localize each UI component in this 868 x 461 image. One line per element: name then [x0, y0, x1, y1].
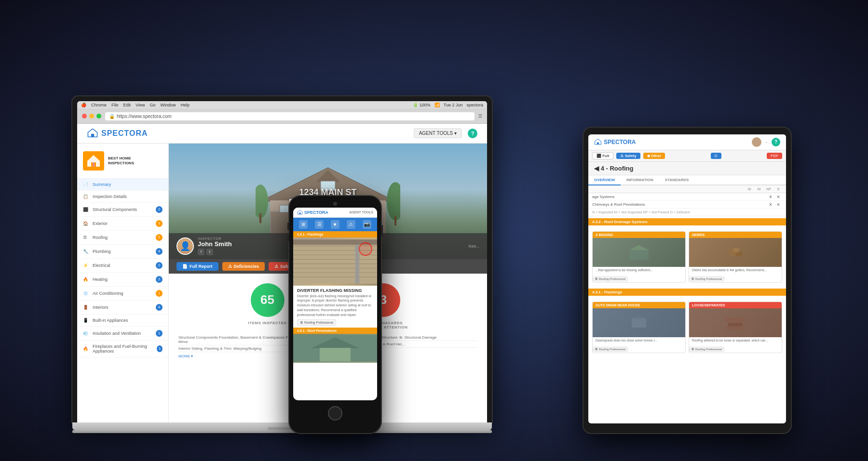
menu-edit[interactable]: Edit [123, 103, 131, 107]
sidebar-item-roofing[interactable]: 🏚 Roofing 5 [77, 231, 168, 245]
phone-deficiency-title: DIVERTER FLASHING MISSING [293, 286, 377, 294]
sidebar-item-insulation[interactable]: 💨 Insulation and Ventilation 1 [77, 327, 168, 341]
sidebar-item-appliances[interactable]: 📱 Built-in Appliances [77, 315, 168, 327]
phone-agent-tools[interactable]: AGENT TOOLS [350, 211, 373, 214]
insulation-icon: 💨 [83, 331, 90, 336]
phone-toolbar: ⊞ ☰ ★ ⚠ 📷 [293, 218, 377, 231]
sidebar-label-electrical: Electrical [93, 263, 110, 268]
spectora-logo-text: SPECTORA [101, 129, 148, 138]
sidebar-item-summary[interactable]: 📄 Summary [77, 179, 168, 191]
menu-go[interactable]: Go [149, 103, 155, 107]
interiors-icon: 🚪 [83, 305, 90, 310]
full-report-icon: 📄 [182, 264, 188, 269]
svg-rect-23 [629, 250, 649, 260]
close-button[interactable] [82, 114, 87, 119]
phone-header: SPECTORA AGENT TOOLS [293, 208, 377, 218]
sidebar-item-fireplaces[interactable]: 🔥 Fireplaces and Fuel-Burning Appliances… [77, 341, 168, 357]
sidebar-item-plumbing[interactable]: 🔧 Plumbing 4 [77, 245, 168, 259]
tablet-img-card-drain: OUTS DRAIN NEAR HOUSE Downspouts drain t… [592, 302, 686, 353]
filter-other-button[interactable]: ◆ Other [643, 153, 665, 159]
menu-chrome[interactable]: Chrome [91, 103, 107, 107]
filter-full-button[interactable]: ⬛ Full [592, 152, 613, 159]
tablet-img-roofing [593, 238, 685, 267]
svg-rect-49 [320, 348, 351, 362]
sidebar-label-exterior: Exterior [93, 221, 108, 226]
facebook-icon[interactable]: f [198, 249, 204, 255]
tablet-help-icon[interactable]: ? [772, 138, 780, 146]
sidebar-item-electrical[interactable]: ⚡ Electrical 2 [77, 259, 168, 273]
sidebar-item-interiors[interactable]: 🚪 Interiors 4 [77, 301, 168, 315]
menu-help[interactable]: Help [180, 103, 190, 107]
tablet-user-avatar[interactable] [752, 137, 761, 147]
spectora-logo: SPECTORA [87, 128, 148, 139]
svg-rect-22 [597, 142, 599, 144]
maximize-button[interactable] [96, 114, 101, 119]
phone-lock-button[interactable] [381, 225, 383, 237]
agent-tools-button[interactable]: AGENT TOOLS ▾ [414, 128, 462, 138]
full-report-button[interactable]: 📄 Full Report [176, 262, 218, 271]
inspector-avatar: 👤 [176, 237, 194, 255]
sidebar-navigation: 📄 Summary 📋 Inspection Details ⬛ Structu [77, 179, 168, 357]
svg-rect-1 [91, 133, 94, 136]
tablet-img-card-debris: DEBRIS Debris has accumulated in the gut… [689, 231, 782, 283]
phone-tool-grid[interactable]: ⊞ [299, 220, 308, 229]
phone-screen: SPECTORA AGENT TOOLS ⊞ ☰ ★ ⚠ 📷 [293, 208, 377, 400]
sidebar-item-heating[interactable]: 🔥 Heating 2 [77, 273, 168, 287]
phone-camera [333, 202, 337, 206]
phone-tool-star[interactable]: ★ [331, 220, 339, 229]
svg-rect-32 [726, 326, 745, 330]
company-house-icon [86, 154, 101, 168]
tablet-table-cols: IN NI NP D [746, 187, 782, 191]
col-in: IN [746, 187, 753, 191]
app-name-display: spectora [466, 103, 483, 107]
menu-view[interactable]: View [136, 103, 145, 107]
deficiencies-icon: ⚠ [228, 264, 232, 269]
menu-file[interactable]: File [111, 103, 119, 107]
minimize-button[interactable] [89, 114, 94, 119]
company-logo [83, 151, 104, 171]
phone-tool-camera[interactable]: 📷 [363, 220, 371, 229]
sidebar-item-ac[interactable]: ❄️ Air Conditioning 1 [77, 287, 168, 301]
address-bar[interactable]: 🔒 https://www.spectora.com [105, 112, 475, 120]
structural-badge: 2 [156, 206, 163, 213]
company-name: BEST HOMEINSPECTIONS [108, 156, 134, 165]
electrical-icon: ⚡ [83, 263, 90, 268]
row-cell-x3: X [767, 202, 774, 207]
sidebar-item-exterior[interactable]: 🏠 Exterior 3 [77, 217, 168, 231]
phone-tool-warning[interactable]: ⚠ [347, 220, 355, 229]
sidebar-item-inspection-details[interactable]: 📋 Inspection Details [77, 191, 168, 203]
tablet-pro-badge-2: 🏚 Roofing Professional [689, 277, 724, 281]
menu-window[interactable]: Window [160, 103, 176, 107]
interiors-badge: 4 [156, 304, 163, 311]
twitter-icon[interactable]: t [206, 249, 213, 255]
sidebar-item-structural[interactable]: ⬛ Structural Components 2 [77, 203, 168, 217]
deficiencies-button[interactable]: ⚠ Deficiencies [222, 262, 265, 271]
full-report-label: Full Report [190, 264, 213, 269]
phone-home-button[interactable] [328, 406, 342, 421]
tablet-separator: - [765, 138, 768, 146]
svg-marker-29 [630, 316, 648, 319]
help-icon[interactable]: ? [468, 129, 477, 138]
items-inspected-stat: 65 ITEMS INSPECTED [248, 283, 287, 329]
structural-icon: ⬛ [83, 207, 90, 212]
tab-standards[interactable]: STANDARDS [659, 175, 695, 185]
spectora-header: SPECTORA AGENT TOOLS ▾ ? [77, 124, 487, 144]
tab-overview[interactable]: OVERVIEW [588, 175, 621, 185]
tab-information[interactable]: INFORMATION [621, 175, 659, 185]
tablet-img-header-debris: DEBRIS [689, 232, 782, 238]
exterior-icon: 🏠 [83, 221, 90, 226]
menu-icon[interactable]: ☰ [478, 114, 482, 119]
phone-tool-list[interactable]: ☰ [315, 220, 324, 229]
tablet-img-header-loose: LOOSE/SEPARATED [689, 302, 782, 308]
apple-icon: 🍎 [81, 103, 86, 107]
filter-safety-button[interactable]: ⚠ Safety [616, 153, 640, 159]
sidebar-label-summary: Summary [93, 182, 111, 187]
tablet-pdf-button[interactable]: PDF [767, 153, 782, 159]
tablet-doc-button[interactable]: D [711, 153, 721, 159]
phone-vol-up-button[interactable] [287, 223, 289, 230]
tablet-legend: N = Inspected NI = Not Inspected NP = No… [588, 209, 786, 216]
svg-rect-4 [93, 162, 95, 167]
phone-vol-down-button[interactable] [287, 234, 289, 241]
tablet-image-grid-2: OUTS DRAIN NEAR HOUSE Downspouts drain t… [588, 298, 786, 357]
tablet-header-right: - ? [752, 137, 780, 147]
